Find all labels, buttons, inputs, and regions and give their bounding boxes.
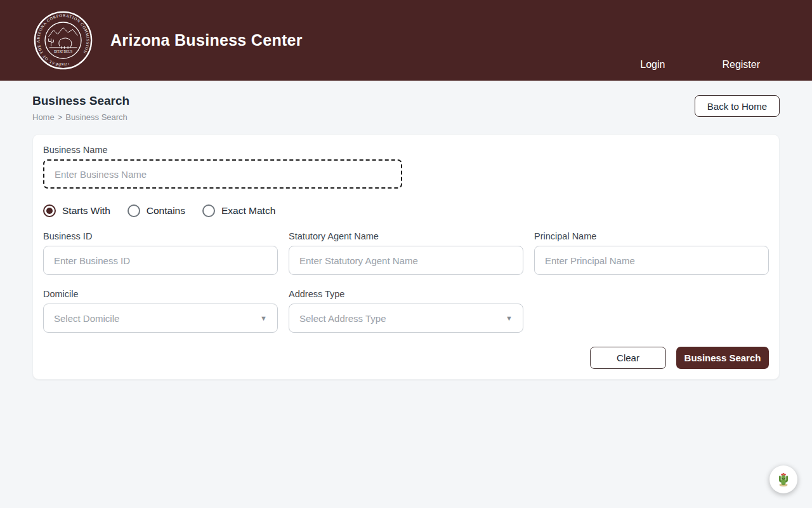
statutory-agent-label: Statutory Agent Name xyxy=(289,231,523,241)
radio-starts-with[interactable]: Starts With xyxy=(43,204,110,217)
domicile-group: Domicile Select Domicile ▼ xyxy=(43,289,278,333)
clear-button[interactable]: Clear xyxy=(590,347,666,369)
chevron-down-icon: ▼ xyxy=(506,314,513,322)
seal-ring-text: SEAL OF THE ARIZONA CORPORATION COMMISSI… xyxy=(36,13,90,67)
cactus-mascot-icon xyxy=(774,470,793,489)
select-fields-row: Domicile Select Domicile ▼ Address Type … xyxy=(43,289,769,333)
principal-name-label: Principal Name xyxy=(534,231,769,241)
form-actions: Clear Business Search xyxy=(43,347,769,369)
domicile-select-value: Select Domicile xyxy=(54,313,119,324)
main-content: Business Search Home>Business Search Bac… xyxy=(0,94,812,380)
radio-selected-icon xyxy=(43,204,56,217)
principal-name-input[interactable] xyxy=(534,246,769,275)
chevron-down-icon: ▼ xyxy=(260,314,267,322)
radio-contains[interactable]: Contains xyxy=(128,204,185,217)
svg-text:SEAL OF THE ARIZONA CORPORATIO: SEAL OF THE ARIZONA CORPORATION COMMISSI… xyxy=(36,13,90,67)
seal-desert-art xyxy=(49,28,78,49)
login-link[interactable]: Login xyxy=(640,59,665,70)
radio-label: Contains xyxy=(147,205,185,217)
radio-label: Starts With xyxy=(62,205,110,217)
search-form-card: Business Name Starts With Contains Exact… xyxy=(32,134,780,380)
app-header: SEAL OF THE ARIZONA CORPORATION COMMISSI… xyxy=(0,0,812,81)
statutory-agent-group: Statutory Agent Name xyxy=(289,231,523,275)
business-id-input[interactable] xyxy=(43,246,278,275)
radio-label: Exact Match xyxy=(221,205,275,217)
radio-unselected-icon xyxy=(202,204,215,217)
business-id-group: Business ID xyxy=(43,231,278,275)
register-link[interactable]: Register xyxy=(722,59,760,70)
breadcrumb-current: Business Search xyxy=(65,112,128,122)
domicile-select[interactable]: Select Domicile ▼ xyxy=(43,304,278,333)
business-search-button[interactable]: Business Search xyxy=(676,347,769,369)
breadcrumb-separator: > xyxy=(58,112,63,122)
page-title: Business Search xyxy=(32,94,129,108)
breadcrumb-home[interactable]: Home xyxy=(32,112,55,122)
page-head-left: Business Search Home>Business Search xyxy=(32,94,129,122)
business-id-label: Business ID xyxy=(43,231,278,241)
header-nav: Login Register xyxy=(640,59,760,70)
match-type-radio-group: Starts With Contains Exact Match xyxy=(43,204,769,217)
radio-exact-match[interactable]: Exact Match xyxy=(202,204,275,217)
address-type-select[interactable]: Select Address Type ▼ xyxy=(289,304,523,333)
domicile-label: Domicile xyxy=(43,289,278,299)
radio-unselected-icon xyxy=(128,204,140,217)
business-name-label: Business Name xyxy=(43,145,402,155)
breadcrumb: Home>Business Search xyxy=(32,112,129,122)
address-type-select-value: Select Address Type xyxy=(299,313,386,324)
address-type-group: Address Type Select Address Type ▼ xyxy=(289,289,523,333)
business-name-input[interactable] xyxy=(43,159,402,189)
statutory-agent-input[interactable] xyxy=(289,246,523,275)
address-type-label: Address Type xyxy=(289,289,523,299)
principal-name-group: Principal Name xyxy=(534,231,769,275)
business-name-group: Business Name xyxy=(43,145,402,189)
seal-motto: DITAT DEUS xyxy=(54,50,72,53)
text-fields-row: Business ID Statutory Agent Name Princip… xyxy=(43,231,769,275)
app-title: Arizona Business Center xyxy=(110,31,303,50)
empty-cell xyxy=(534,289,769,333)
acc-seal-logo[interactable]: SEAL OF THE ARIZONA CORPORATION COMMISSI… xyxy=(33,10,93,70)
back-to-home-button[interactable]: Back to Home xyxy=(695,95,780,117)
seal-year: • 1912 • xyxy=(57,62,69,66)
page-head: Business Search Home>Business Search Bac… xyxy=(32,94,780,122)
chat-widget-button[interactable] xyxy=(769,465,797,493)
